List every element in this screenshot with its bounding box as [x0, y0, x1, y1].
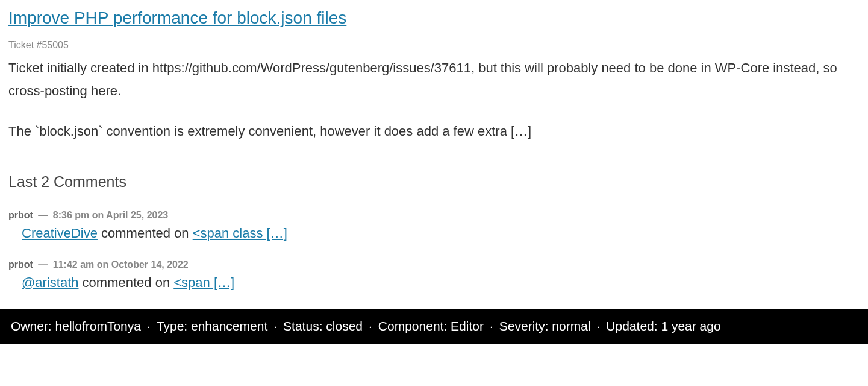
ticket-title-link[interactable]: Improve PHP performance for block.json f…: [8, 7, 346, 29]
comment-author: prbot: [8, 259, 33, 270]
comment-user-link[interactable]: CreativeDive: [22, 226, 98, 241]
comment-item: prbot — 11:42 am on October 14, 2022 @ar…: [8, 259, 860, 291]
comment-snippet-link[interactable]: <span […]: [173, 275, 234, 290]
ticket-number: Ticket #55005: [8, 40, 860, 51]
comment-user-link[interactable]: @aristath: [22, 275, 78, 290]
comment-sep: —: [36, 259, 51, 270]
comment-middle-text: commented on: [98, 226, 193, 241]
footer-severity: Severity: normal: [499, 319, 591, 334]
ticket-meta-footer: Owner: hellofromTonya · Type: enhancemen…: [0, 309, 868, 344]
comment-item: prbot — 8:36 pm on April 25, 2023 Creati…: [8, 210, 860, 241]
footer-separator: ·: [273, 319, 277, 334]
comment-snippet-link[interactable]: <span class […]: [193, 226, 287, 241]
footer-type: Type: enhancement: [157, 319, 267, 334]
comment-body: @aristath commented on <span […]: [8, 275, 860, 291]
footer-owner: Owner: hellofromTonya: [11, 319, 141, 334]
comment-meta: prbot — 11:42 am on October 14, 2022: [8, 259, 860, 270]
comment-time: 11:42 am on October 14, 2022: [53, 259, 189, 270]
footer-separator: ·: [597, 319, 601, 334]
comment-sep: —: [36, 210, 51, 220]
footer-component: Component: Editor: [378, 319, 484, 334]
comment-body: CreativeDive commented on <span class [……: [8, 226, 860, 241]
comment-meta: prbot — 8:36 pm on April 25, 2023: [8, 210, 860, 221]
footer-separator: ·: [490, 319, 493, 334]
footer-status: Status: closed: [283, 319, 363, 334]
comments-heading: Last 2 Comments: [8, 173, 860, 191]
footer-separator: ·: [369, 319, 372, 334]
ticket-description-p1: Ticket initially created in https://gith…: [8, 57, 860, 102]
footer-updated: Updated: 1 year ago: [606, 319, 720, 334]
ticket-description: Ticket initially created in https://gith…: [8, 57, 860, 142]
ticket-description-p2: The `block.json` convention is extremely…: [8, 120, 860, 142]
comment-middle-text: commented on: [78, 275, 173, 290]
comment-author: prbot: [8, 210, 33, 220]
footer-separator: ·: [147, 319, 151, 334]
comment-time: 8:36 pm on April 25, 2023: [53, 210, 168, 220]
